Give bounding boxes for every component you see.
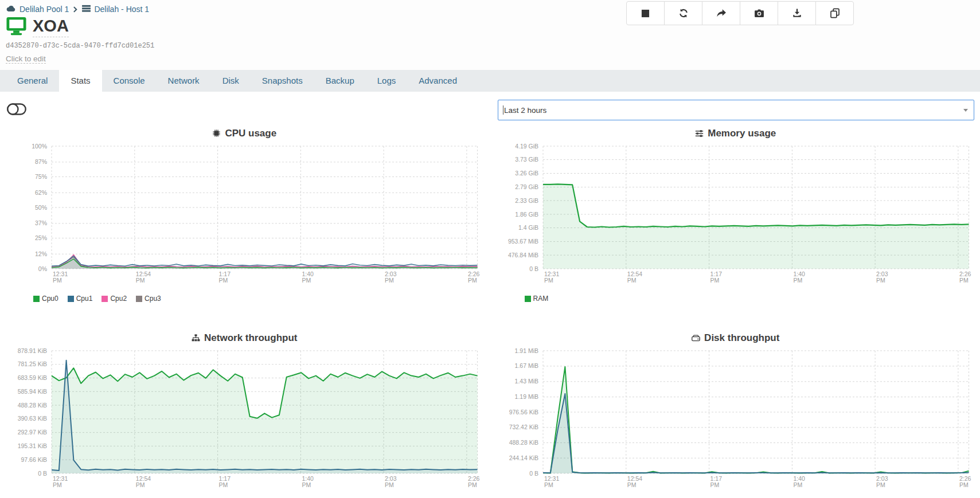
tab-stats[interactable]: Stats [59, 70, 101, 92]
svg-text:2.79 GiB: 2.79 GiB [515, 183, 538, 190]
time-range-select[interactable]: Last 2 hours [498, 100, 974, 120]
svg-text:781.25 KiB: 781.25 KiB [18, 360, 47, 367]
refresh-button[interactable] [664, 1, 702, 25]
svg-text:12:54PM: 12:54PM [136, 475, 151, 488]
svg-text:1.86 GiB: 1.86 GiB [515, 211, 538, 218]
svg-text:292.97 KiB: 292.97 KiB [18, 429, 47, 436]
tab-console[interactable]: Console [102, 70, 157, 92]
legend-swatch [525, 296, 531, 302]
svg-text:488.28 KiB: 488.28 KiB [509, 439, 538, 446]
stop-button[interactable] [626, 1, 665, 25]
tab-backup[interactable]: Backup [314, 70, 366, 92]
legend-item-cpu2[interactable]: Cpu2 [101, 294, 127, 303]
network-throughput-plot: 0 B97.66 KiB195.31 KiB292.97 KiB390.63 K… [6, 345, 483, 494]
svg-text:50%: 50% [35, 204, 47, 211]
svg-text:1.4 GiB: 1.4 GiB [518, 224, 538, 231]
copy-button[interactable] [815, 1, 854, 25]
tab-advanced[interactable]: Advanced [407, 70, 468, 92]
svg-text:87%: 87% [35, 158, 47, 165]
svg-text:2:03PM: 2:03PM [876, 475, 888, 488]
svg-text:4.19 GiB: 4.19 GiB [515, 143, 538, 150]
chart-title: Network throughput [6, 331, 483, 345]
sliders-icon [695, 130, 704, 138]
svg-text:0 B: 0 B [529, 470, 538, 477]
tab-logs[interactable]: Logs [366, 70, 408, 92]
stats-content: Last 2 hours CPU usage 0%12%25%37%50%62%… [0, 92, 980, 498]
copy-icon [830, 8, 840, 18]
legend-swatch [136, 296, 142, 302]
svg-text:1:17PM: 1:17PM [219, 270, 231, 284]
svg-text:1:40PM: 1:40PM [793, 475, 805, 488]
chart-title: CPU usage [6, 126, 483, 140]
camera-icon [754, 9, 764, 18]
memory-usage-chart: Memory usage 0 B476.84 MiB953.67 MiB1.4 … [497, 126, 975, 303]
network-throughput-chart: Network throughput 0 B97.66 KiB195.31 Ki… [6, 331, 483, 498]
vm-stats-page: Delilah Pool 1 Delilah - Host 1 XOA d435… [0, 0, 980, 498]
tab-disk[interactable]: Disk [211, 70, 251, 92]
svg-text:12:31PM: 12:31PM [544, 270, 559, 284]
share-icon [716, 9, 727, 18]
cpu-usage-plot: 0%12%25%37%50%62%75%87%100%12:31PM12:54P… [6, 140, 483, 289]
disk-throughput-plot: 0 B244.14 KiB488.28 KiB732.42 KiB976.56 … [497, 345, 975, 494]
tab-network[interactable]: Network [157, 70, 211, 92]
time-range-value: Last 2 hours [504, 106, 546, 115]
migrate-button[interactable] [702, 1, 740, 25]
svg-text:953.67 MiB: 953.67 MiB [507, 238, 538, 245]
import-button[interactable] [778, 1, 816, 25]
tab-snapshots[interactable]: Snapshots [251, 70, 314, 92]
svg-text:12:31PM: 12:31PM [53, 270, 68, 284]
toggle-off-icon [7, 103, 26, 117]
snapshot-button[interactable] [740, 1, 778, 25]
svg-text:12:54PM: 12:54PM [136, 270, 151, 284]
svg-text:0 B: 0 B [529, 265, 538, 272]
svg-text:75%: 75% [35, 173, 47, 180]
click-to-edit-link[interactable]: Click to edit [6, 54, 46, 64]
svg-text:1.43 MiB: 1.43 MiB [514, 378, 538, 385]
vm-toolbar [626, 1, 854, 25]
svg-text:2:26PM: 2:26PM [959, 270, 971, 284]
svg-text:25%: 25% [35, 234, 47, 241]
legend-item-ram[interactable]: RAM [525, 294, 549, 303]
cloud-icon [6, 5, 16, 14]
legend-swatch [33, 296, 40, 302]
svg-text:1:40PM: 1:40PM [302, 270, 314, 284]
svg-text:0%: 0% [38, 265, 47, 272]
svg-text:488.28 KiB: 488.28 KiB [18, 402, 47, 409]
svg-text:390.63 KiB: 390.63 KiB [18, 415, 47, 422]
svg-text:2:03PM: 2:03PM [876, 270, 888, 284]
svg-text:12:31PM: 12:31PM [544, 475, 559, 488]
svg-text:2:26PM: 2:26PM [959, 475, 971, 488]
svg-text:244.14 KiB: 244.14 KiB [509, 454, 538, 461]
breadcrumb-host-link[interactable]: Delilah - Host 1 [94, 5, 149, 14]
svg-text:12%: 12% [35, 250, 47, 257]
tab-general[interactable]: General [6, 70, 59, 92]
svg-text:1.67 MiB: 1.67 MiB [514, 362, 538, 369]
vm-header: Delilah Pool 1 Delilah - Host 1 XOA d435… [0, 0, 980, 64]
svg-text:37%: 37% [35, 219, 47, 226]
svg-text:976.56 KiB: 976.56 KiB [509, 409, 538, 415]
legend-swatch [101, 296, 108, 302]
svg-text:476.84 MiB: 476.84 MiB [507, 252, 538, 258]
svg-text:1.19 MiB: 1.19 MiB [514, 393, 538, 400]
legend-item-cpu3[interactable]: Cpu3 [136, 294, 161, 303]
disk-throughput-chart: Disk throughput 0 B244.14 KiB488.28 KiB7… [497, 331, 975, 498]
microchip-icon [212, 129, 221, 138]
chart-title: Memory usage [497, 126, 975, 140]
tab-bar: GeneralStatsConsoleNetworkDiskSnapshotsB… [0, 70, 980, 92]
svg-text:12:54PM: 12:54PM [627, 270, 642, 284]
memory-usage-plot: 0 B476.84 MiB953.67 MiB1.4 GiB1.86 GiB2.… [497, 140, 975, 289]
legend-item-cpu0[interactable]: Cpu0 [33, 294, 58, 303]
charts-grid: CPU usage 0%12%25%37%50%62%75%87%100%12:… [6, 126, 974, 498]
svg-text:1:17PM: 1:17PM [710, 270, 722, 284]
stop-icon [641, 9, 650, 18]
host-icon [82, 5, 91, 14]
svg-text:878.91 KiB: 878.91 KiB [18, 347, 47, 354]
svg-text:1:17PM: 1:17PM [710, 475, 722, 488]
svg-text:1:40PM: 1:40PM [793, 270, 805, 284]
chevron-right-icon [73, 6, 77, 13]
legend-item-cpu1[interactable]: Cpu1 [68, 294, 93, 303]
vm-name[interactable]: XOA [33, 17, 69, 37]
svg-text:195.31 KiB: 195.31 KiB [18, 442, 47, 449]
toggle-button[interactable] [7, 103, 26, 117]
breadcrumb-pool-link[interactable]: Delilah Pool 1 [19, 5, 69, 14]
